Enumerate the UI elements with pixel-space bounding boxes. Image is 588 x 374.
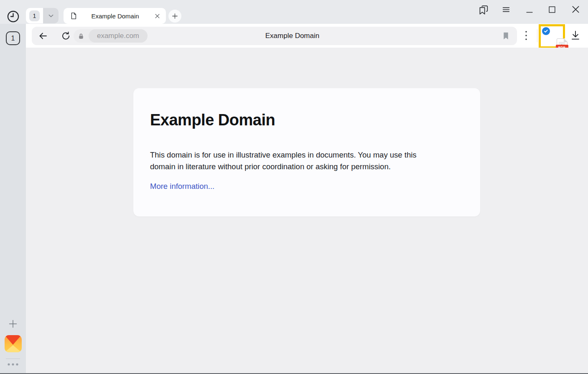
plus-icon (171, 13, 178, 20)
pdf-extension-button-highlighted[interactable]: PDF (539, 24, 565, 48)
tab-group-active[interactable]: 1 (26, 8, 43, 23)
page-viewport: Example Domain This domain is for use in… (26, 48, 588, 374)
secure-lock-icon (74, 33, 89, 40)
close-icon (571, 5, 580, 14)
bookmarks-stack-icon (477, 4, 490, 16)
history-button[interactable] (5, 9, 20, 24)
ellipsis-icon (7, 362, 19, 366)
hamburger-menu-icon (501, 5, 511, 14)
browser-menu-button[interactable] (501, 5, 511, 15)
browser-window: 1 Example Domain (0, 0, 588, 374)
window-maximize-button[interactable] (547, 5, 557, 14)
extensions-divider (537, 29, 537, 42)
address-bar: example.com Example Domain (32, 27, 517, 45)
sidebar-tab-counter[interactable]: 1 (6, 31, 20, 45)
tab-title: Example Domain (78, 13, 153, 20)
envelope-flap-icon (5, 335, 21, 345)
plus-icon (8, 319, 18, 329)
new-tab-button[interactable] (168, 10, 181, 23)
bookmark-page-button[interactable] (500, 31, 511, 41)
example-domain-card: Example Domain This domain is for use in… (133, 88, 480, 216)
window-close-button[interactable] (571, 5, 580, 14)
envelope-fold-icon (5, 345, 21, 352)
page-paragraph: This domain is for use in illustrative e… (150, 149, 440, 172)
sidebar-divider (6, 359, 20, 359)
tab-close-icon[interactable] (153, 11, 162, 20)
reload-button[interactable] (61, 31, 71, 41)
page-icon (69, 12, 78, 20)
blue-checkmark-icon (541, 26, 551, 36)
chevron-down-icon (47, 12, 55, 20)
bookmarks-panel-button[interactable] (477, 3, 490, 17)
active-tab[interactable]: Example Domain (64, 8, 166, 24)
page-actions-menu-button[interactable] (522, 30, 531, 41)
mail-app-icon[interactable] (5, 335, 22, 352)
tab-group-expand[interactable] (43, 8, 59, 23)
page-heading: Example Domain (150, 111, 275, 129)
tabs-row: 1 Example Domain (0, 0, 588, 24)
toolbar: example.com Example Domain (26, 24, 588, 48)
download-icon (570, 30, 581, 41)
url-chip[interactable]: example.com (74, 29, 148, 43)
back-arrow-icon (38, 31, 48, 41)
window-minimize-button[interactable] (525, 5, 534, 15)
maximize-icon (547, 5, 557, 14)
bookmark-flag-icon (502, 31, 510, 41)
tab-counter-value: 1 (11, 35, 15, 42)
sidebar-add-button[interactable] (8, 319, 18, 329)
sidebar: 1 (0, 24, 26, 374)
kebab-dots-icon (524, 30, 528, 41)
back-button[interactable] (38, 31, 48, 41)
tab-group-badge: 1 (29, 10, 40, 21)
downloads-button[interactable] (570, 29, 581, 42)
url-text: example.com (89, 29, 148, 43)
reload-icon (61, 31, 71, 41)
sidebar-more-button[interactable] (7, 361, 19, 367)
clock-icon (6, 9, 20, 24)
minimize-icon (525, 5, 534, 15)
tab-group-switcher: 1 (26, 8, 59, 23)
more-information-link[interactable]: More information... (150, 182, 214, 191)
